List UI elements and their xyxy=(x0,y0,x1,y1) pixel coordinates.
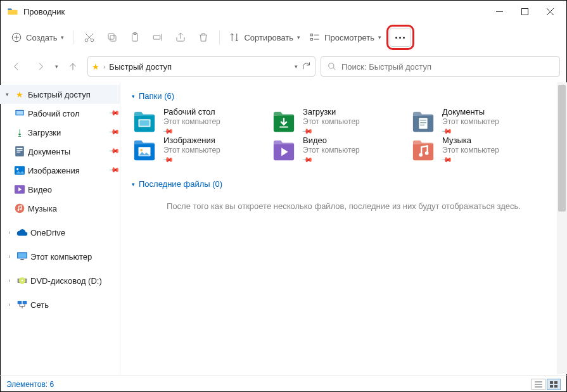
svg-rect-44 xyxy=(554,381,557,384)
tree-thispc[interactable]: › Этот компьютер xyxy=(0,247,120,266)
tree-desktop[interactable]: Рабочий стол 📌 xyxy=(0,104,120,123)
share-button[interactable] xyxy=(170,27,191,48)
tree-pictures[interactable]: Изображения 📌 xyxy=(0,161,120,180)
svg-rect-31 xyxy=(23,301,27,304)
svg-rect-38 xyxy=(420,124,424,125)
scrollbar[interactable] xyxy=(557,82,567,374)
folder-item[interactable]: Изображения Этот компьютер 📌 xyxy=(132,136,271,164)
folder-sub: Этот компьютер xyxy=(163,117,220,126)
back-button[interactable] xyxy=(7,57,26,76)
paste-button[interactable] xyxy=(124,27,146,48)
tree-label: Документы xyxy=(28,147,107,156)
sort-icon xyxy=(229,32,240,43)
chevron-down-icon[interactable]: ▾ xyxy=(3,91,11,98)
star-icon: ★ xyxy=(92,62,99,72)
minimize-button[interactable] xyxy=(487,2,512,21)
refresh-button[interactable] xyxy=(302,61,311,72)
folder-item[interactable]: Документы Этот компьютер 📌 xyxy=(411,107,550,136)
tree-quick-access[interactable]: ▾ ★ Быстрый доступ xyxy=(0,85,120,104)
tree-label: Быстрый доступ xyxy=(28,90,120,99)
cut-button[interactable] xyxy=(79,27,100,48)
pin-icon: 📌 xyxy=(301,154,313,166)
svg-rect-0 xyxy=(521,8,528,15)
folder-sub: Этот компьютер xyxy=(303,117,360,126)
rename-icon xyxy=(152,32,163,43)
star-icon: ★ xyxy=(14,89,25,100)
folders-group-header[interactable]: ▾ Папки (6) xyxy=(132,91,556,101)
folder-item[interactable]: Видео Этот компьютер 📌 xyxy=(271,136,411,164)
network-icon xyxy=(16,299,28,310)
folder-name: Загрузки xyxy=(303,107,360,117)
recent-group-header[interactable]: ▾ Последние файлы (0) xyxy=(132,179,556,189)
folder-name: Музыка xyxy=(442,136,499,145)
more-button-highlight xyxy=(386,25,414,50)
folder-name: Документы xyxy=(442,107,499,117)
pin-icon: 📌 xyxy=(440,154,452,166)
folder-item[interactable]: Рабочий стол Этот компьютер 📌 xyxy=(132,107,271,136)
rename-button[interactable] xyxy=(147,27,169,48)
tree-label: Видео xyxy=(28,185,120,194)
title-bar: Проводник xyxy=(1,1,566,22)
new-button[interactable]: Создать ▾ xyxy=(7,27,68,48)
address-bar[interactable]: ★ › Быстрый доступ ▾ xyxy=(87,56,315,77)
tree-label: OneDrive xyxy=(30,228,120,237)
pin-icon: 📌 xyxy=(108,164,120,177)
close-button[interactable] xyxy=(537,2,563,21)
chevron-right-icon[interactable]: › xyxy=(5,301,14,308)
chevron-right-icon[interactable]: › xyxy=(5,229,14,236)
svg-rect-8 xyxy=(154,35,161,39)
search-input[interactable] xyxy=(341,62,553,72)
svg-rect-30 xyxy=(18,301,22,304)
chevron-right-icon[interactable]: › xyxy=(5,253,14,260)
folder-icon xyxy=(411,138,436,162)
svg-point-19 xyxy=(16,168,18,170)
folder-item[interactable]: Загрузки Этот компьютер 📌 xyxy=(271,107,411,136)
svg-rect-4 xyxy=(110,35,116,41)
chevron-right-icon[interactable]: › xyxy=(5,277,14,284)
scrollbar-thumb[interactable] xyxy=(558,85,566,212)
maximize-button[interactable] xyxy=(512,2,537,21)
search-box[interactable] xyxy=(321,56,560,77)
tree-dvd[interactable]: › DVD-дисковод (D:) xyxy=(0,271,120,290)
chevron-down-icon: ▾ xyxy=(378,34,381,41)
tree-network[interactable]: › Сеть xyxy=(0,295,120,314)
sort-button[interactable]: Сортировать ▾ xyxy=(225,27,304,48)
folder-item[interactable]: Музыка Этот компьютер 📌 xyxy=(411,136,550,164)
folder-sub: Этот компьютер xyxy=(442,146,499,155)
chevron-down-icon: ▾ xyxy=(132,93,135,99)
delete-button[interactable] xyxy=(193,27,214,48)
folder-icon xyxy=(411,110,436,134)
picture-icon xyxy=(14,165,25,176)
folder-name: Видео xyxy=(303,136,360,145)
forward-button[interactable] xyxy=(31,57,50,76)
chevron-down-icon[interactable]: ▾ xyxy=(295,63,298,70)
more-button[interactable] xyxy=(390,28,411,47)
folder-icon xyxy=(271,110,296,134)
svg-rect-17 xyxy=(16,152,20,153)
view-button[interactable]: Просмотреть ▾ xyxy=(305,27,385,48)
tree-label: Музыка xyxy=(28,204,120,213)
details-view-toggle[interactable] xyxy=(532,379,545,390)
tree-label: Загрузки xyxy=(28,128,107,137)
pin-icon: 📌 xyxy=(108,107,120,120)
tree-label: DVD-дисковод (D:) xyxy=(30,276,120,286)
tree-onedrive[interactable]: › OneDrive xyxy=(0,223,120,242)
copy-button[interactable] xyxy=(101,27,123,48)
up-button[interactable] xyxy=(63,57,82,76)
empty-message: После того как вы откроете несколько фай… xyxy=(132,201,556,211)
history-chevron-icon[interactable]: ▾ xyxy=(55,63,58,70)
folder-name: Изображения xyxy=(163,136,220,145)
tree-downloads[interactable]: ⭳ Загрузки 📌 xyxy=(0,123,120,142)
tree-videos[interactable]: Видео xyxy=(0,180,120,199)
svg-rect-16 xyxy=(16,150,22,151)
nav-row: ▾ ★ › Быстрый доступ ▾ xyxy=(1,53,566,80)
search-icon xyxy=(328,62,336,71)
tree-documents[interactable]: Документы 📌 xyxy=(0,142,120,161)
svg-point-21 xyxy=(15,204,25,213)
svg-rect-46 xyxy=(554,385,557,388)
tree-music[interactable]: Музыка xyxy=(0,199,120,218)
svg-rect-37 xyxy=(420,122,426,122)
breadcrumb-sep: › xyxy=(103,63,105,70)
pin-icon: 📌 xyxy=(108,145,120,158)
large-icons-toggle[interactable] xyxy=(547,379,561,390)
